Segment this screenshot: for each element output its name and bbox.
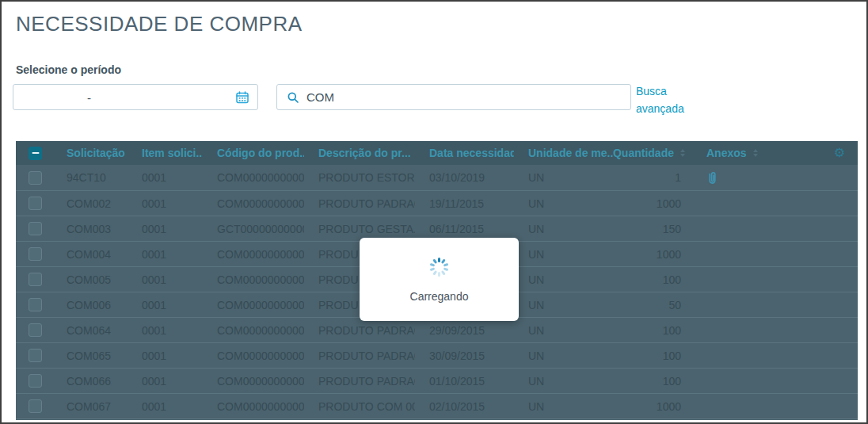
cell-quantidade: 50 bbox=[613, 292, 687, 317]
cell-descricao: PRODUTO ESTOR... bbox=[304, 165, 415, 190]
row-checkbox[interactable] bbox=[29, 273, 42, 286]
cell-item: 0001 bbox=[128, 216, 203, 241]
page-title: NECESSIDADE DE COMPRA bbox=[16, 12, 303, 36]
cell-data: 29/09/2015 bbox=[415, 318, 514, 342]
cell-unidade: UN bbox=[514, 216, 613, 241]
cell-solicitacao: COM006 bbox=[52, 292, 128, 317]
row-checkbox[interactable] bbox=[29, 374, 42, 388]
table-header-row: SolicitaçãoItem solici...Código do prod.… bbox=[16, 141, 858, 165]
row-checkbox[interactable] bbox=[29, 399, 42, 413]
cell-codigo: COM0000000000... bbox=[203, 165, 304, 190]
calendar-icon[interactable] bbox=[235, 90, 249, 105]
cell-descricao: PRODUTO PADRAO bbox=[304, 369, 415, 393]
cell-data: 19/11/2015 bbox=[415, 191, 514, 216]
paperclip-icon[interactable] bbox=[706, 170, 718, 185]
cell-anexos bbox=[687, 267, 774, 292]
cell-descricao: PRODUTO COM 00... bbox=[304, 394, 415, 418]
table-row: COM0660001COM0000000000...PRODUTO PADRAO… bbox=[16, 368, 858, 393]
cell-item: 0001 bbox=[128, 292, 203, 317]
cell-item: 0001 bbox=[128, 267, 203, 292]
table-row: COM0670001COM0000000000...PRODUTO COM 00… bbox=[16, 393, 858, 418]
cell-anexos bbox=[687, 242, 774, 266]
cell-solicitacao: 94CT10 bbox=[52, 165, 128, 190]
column-header-data[interactable]: Data necessidade bbox=[415, 141, 514, 165]
cell-solicitacao: COM064 bbox=[52, 318, 128, 342]
cell-solicitacao: COM065 bbox=[52, 343, 128, 368]
table-row: COM0020001COM0000000000...PRODUTO PADRAO… bbox=[16, 190, 858, 216]
column-header-codigo[interactable]: Código do prod... bbox=[203, 141, 304, 165]
cell-quantidade: 1 bbox=[613, 165, 687, 190]
row-checkbox[interactable] bbox=[29, 197, 42, 210]
cell-unidade: UN bbox=[514, 292, 613, 317]
cell-item: 0001 bbox=[128, 242, 203, 266]
column-header-quantidade[interactable]: Quantidade bbox=[613, 141, 687, 165]
cell-anexos bbox=[687, 191, 774, 216]
cell-codigo: COM0000000000... bbox=[203, 343, 304, 368]
cell-item: 0001 bbox=[128, 165, 203, 190]
cell-codigo: COM0000000000... bbox=[203, 318, 304, 342]
period-date-range-input[interactable]: - bbox=[13, 84, 258, 110]
cell-anexos bbox=[687, 343, 774, 368]
select-all-cell bbox=[16, 141, 52, 165]
cell-quantidade: 100 bbox=[613, 343, 687, 368]
cell-descricao: PRODUTO PADRAO bbox=[304, 343, 415, 368]
cell-anexos bbox=[687, 216, 774, 241]
row-checkbox[interactable] bbox=[29, 323, 42, 337]
search-icon bbox=[287, 91, 299, 104]
cell-codigo: COM0000000000... bbox=[203, 242, 304, 266]
cell-item: 0001 bbox=[128, 343, 203, 368]
column-header-unidade[interactable]: Unidade de me... bbox=[514, 141, 613, 165]
cell-solicitacao: COM003 bbox=[52, 216, 128, 241]
row-checkbox[interactable] bbox=[29, 298, 42, 311]
loading-label: Carregando bbox=[410, 290, 469, 303]
cell-item: 0001 bbox=[128, 394, 203, 418]
column-header-anexos[interactable]: Anexos bbox=[687, 141, 774, 165]
cell-descricao: PRODUTO PADRAO bbox=[304, 318, 415, 342]
cell-solicitacao: COM067 bbox=[52, 394, 128, 418]
cell-codigo: COM0000000000... bbox=[203, 267, 304, 292]
cell-data: 01/10/2015 bbox=[415, 369, 514, 393]
column-header-solicitacao[interactable]: Solicitação bbox=[52, 141, 128, 165]
advanced-search-link[interactable]: Busca avançada bbox=[636, 82, 701, 117]
loading-spinner-icon bbox=[429, 257, 450, 277]
gear-icon[interactable]: ⚙ bbox=[834, 147, 845, 159]
cell-quantidade: 100 bbox=[613, 369, 687, 393]
search-field[interactable] bbox=[276, 84, 631, 110]
cell-data: 30/09/2015 bbox=[415, 343, 514, 368]
table-row-partial bbox=[16, 418, 858, 420]
column-header-descricao[interactable]: Descrição do pr... bbox=[304, 141, 415, 165]
search-input[interactable] bbox=[306, 90, 630, 104]
cell-anexos bbox=[687, 318, 774, 342]
period-label: Selecione o período bbox=[16, 63, 121, 76]
cell-solicitacao: COM005 bbox=[52, 267, 128, 292]
cell-item: 0001 bbox=[128, 318, 203, 342]
loading-modal: Carregando bbox=[360, 238, 519, 321]
cell-codigo: COM0000000000... bbox=[203, 292, 304, 317]
cell-codigo: COM0000000000... bbox=[203, 394, 304, 418]
cell-codigo: GCT00000000000... bbox=[203, 216, 304, 241]
cell-unidade: UN bbox=[514, 242, 613, 266]
row-checkbox[interactable] bbox=[29, 247, 42, 261]
column-header-item[interactable]: Item solici... bbox=[128, 141, 203, 165]
sort-icon bbox=[680, 149, 685, 157]
cell-unidade: UN bbox=[514, 394, 613, 418]
select-all-checkbox[interactable] bbox=[29, 147, 42, 160]
cell-unidade: UN bbox=[514, 165, 613, 190]
cell-unidade: UN bbox=[514, 267, 613, 292]
cell-unidade: UN bbox=[514, 191, 613, 216]
table-row: 94CT100001COM0000000000...PRODUTO ESTOR.… bbox=[16, 165, 858, 190]
cell-quantidade: 1000 bbox=[613, 394, 687, 418]
row-checkbox[interactable] bbox=[29, 171, 42, 185]
cell-anexos bbox=[687, 369, 774, 393]
cell-data: 02/10/2015 bbox=[415, 394, 514, 418]
cell-item: 0001 bbox=[128, 369, 203, 393]
row-checkbox[interactable] bbox=[29, 349, 42, 362]
cell-anexos bbox=[687, 394, 774, 418]
cell-quantidade: 100 bbox=[613, 318, 687, 342]
cell-item: 0001 bbox=[128, 191, 203, 216]
sort-icon bbox=[753, 149, 758, 157]
row-checkbox[interactable] bbox=[29, 222, 42, 235]
cell-unidade: UN bbox=[514, 369, 613, 393]
cell-solicitacao: COM066 bbox=[52, 369, 128, 393]
cell-quantidade: 150 bbox=[613, 216, 687, 241]
